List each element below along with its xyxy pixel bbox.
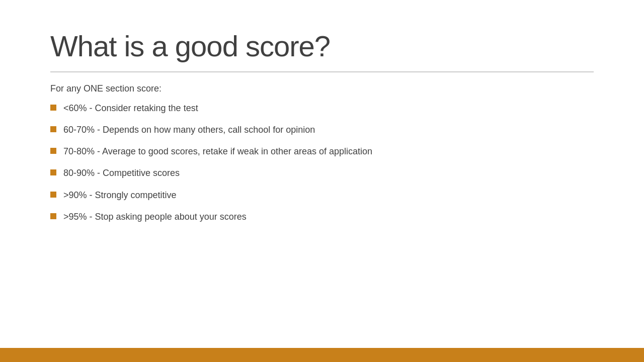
- slide-content: What is a good score? For any ONE sectio…: [0, 0, 644, 348]
- list-item: 70-80% - Average to good scores, retake …: [50, 145, 594, 158]
- bullet-icon: [50, 192, 56, 198]
- bullet-text-4: 80-90% - Competitive scores: [63, 167, 180, 179]
- bullet-icon: [50, 213, 56, 219]
- title-divider: [50, 71, 594, 72]
- slide-title: What is a good score?: [50, 30, 594, 62]
- bullet-text-6: >95% - Stop asking people about your sco…: [63, 211, 247, 223]
- bullet-text-3: 70-80% - Average to good scores, retake …: [63, 145, 372, 158]
- bullet-text-2: 60-70% - Depends on how many others, cal…: [63, 124, 315, 136]
- bullet-text-1: <60% - Consider retaking the test: [63, 102, 198, 115]
- bullet-icon: [50, 169, 56, 175]
- bullet-list: <60% - Consider retaking the test60-70% …: [50, 102, 594, 223]
- bullet-icon: [50, 105, 56, 111]
- bullet-icon: [50, 148, 56, 154]
- slide-container: What is a good score? For any ONE sectio…: [0, 0, 644, 362]
- list-item: >95% - Stop asking people about your sco…: [50, 211, 594, 223]
- intro-text: For any ONE section score:: [50, 83, 594, 94]
- list-item: >90% - Strongly competitive: [50, 189, 594, 202]
- bullet-icon: [50, 126, 56, 132]
- list-item: 60-70% - Depends on how many others, cal…: [50, 124, 594, 136]
- list-item: 80-90% - Competitive scores: [50, 167, 594, 179]
- bottom-accent-bar: [0, 348, 644, 362]
- bullet-text-5: >90% - Strongly competitive: [63, 189, 177, 202]
- list-item: <60% - Consider retaking the test: [50, 102, 594, 115]
